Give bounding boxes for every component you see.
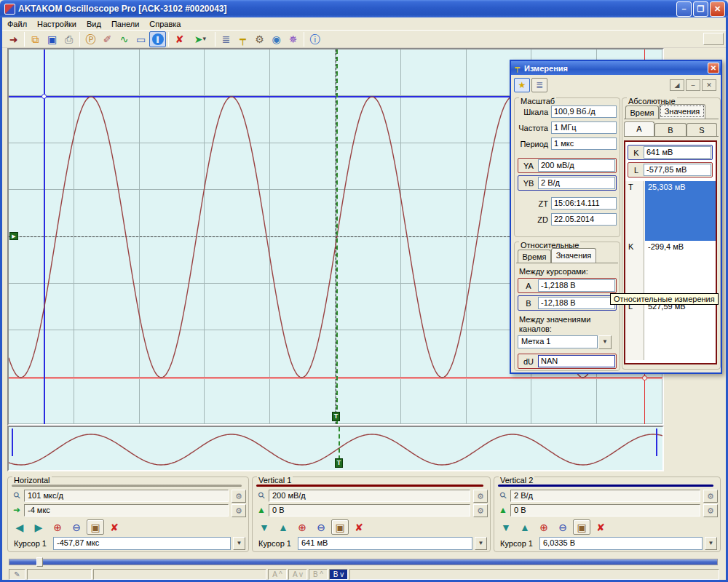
- volt-offset-field[interactable]: 0 В: [510, 504, 700, 517]
- zt-field[interactable]: 15:06:14.111: [551, 197, 617, 210]
- b-field[interactable]: -12,188 В: [538, 297, 615, 309]
- autoset-offset-button[interactable]: ⚙: [703, 504, 718, 517]
- signal-button[interactable]: ∿: [116, 31, 132, 47]
- indicator-a-down[interactable]: A v: [288, 569, 307, 580]
- list-item[interactable]: L 527,59 мВ: [625, 300, 716, 360]
- rollup-button[interactable]: ◢: [670, 79, 684, 91]
- menu-panels[interactable]: Панели: [106, 18, 144, 30]
- menu-view[interactable]: Вид: [82, 18, 106, 30]
- tab-channel-a[interactable]: A: [624, 121, 654, 136]
- wizard-button[interactable]: ✵: [285, 31, 301, 47]
- list-item[interactable]: T 25,303 мВ: [625, 181, 716, 241]
- title-bar[interactable]: AKTAKOM Oscilloscope Pro [ACK-3102 #0020…: [0, 0, 728, 17]
- pause-button[interactable]: ∥: [149, 31, 166, 47]
- reset-button[interactable]: ✘: [350, 519, 368, 535]
- channel-select-dropdown[interactable]: ▼: [598, 335, 612, 349]
- minimize-panel-button[interactable]: –: [686, 79, 700, 91]
- period-field[interactable]: 1 мкс: [551, 137, 617, 150]
- yb-field[interactable]: 2 В/д: [538, 177, 615, 189]
- pan-left-button[interactable]: ◀: [11, 519, 28, 535]
- open-button[interactable]: ⧉: [27, 31, 44, 47]
- ya-field[interactable]: 200 мВ/д: [538, 159, 615, 172]
- zoom-fit-button[interactable]: ▣: [87, 519, 104, 535]
- time-offset-field[interactable]: -4 мкс: [24, 504, 229, 517]
- close-panel-button[interactable]: ✕: [702, 79, 716, 91]
- red-cursor-handle[interactable]: [642, 375, 647, 380]
- cursor1-volt-field[interactable]: 641 мВ: [298, 537, 472, 550]
- minimize-button[interactable]: –: [676, 1, 692, 17]
- volt-scale-field[interactable]: 200 мВ/д: [269, 490, 470, 502]
- l-field[interactable]: -577,85 мВ: [644, 164, 711, 176]
- zoom-out-button[interactable]: ⊖: [68, 519, 85, 535]
- pan-slider-thumb[interactable]: [36, 557, 43, 567]
- measurements-close-button[interactable]: ✕: [708, 63, 719, 73]
- info-button[interactable]: ⓘ: [306, 31, 323, 47]
- trigger-time-line[interactable]: [336, 49, 338, 424]
- menu-file[interactable]: Файл: [2, 18, 32, 30]
- pan-right-button[interactable]: ▶: [30, 519, 47, 535]
- k-field[interactable]: 641 мВ: [644, 146, 711, 159]
- pan-down-button[interactable]: ▼: [256, 519, 273, 535]
- a-field[interactable]: -1,2188 В: [538, 279, 615, 292]
- reset-button[interactable]: ✘: [106, 519, 123, 535]
- pan-down-button[interactable]: ▼: [497, 519, 515, 535]
- du-field[interactable]: NAN: [538, 355, 615, 367]
- menu-help[interactable]: Справка: [144, 18, 186, 30]
- status-edit-button[interactable]: ✎: [9, 569, 25, 580]
- autoset-scale-button[interactable]: ⚙: [232, 490, 246, 503]
- autoset-scale-button[interactable]: ⚙: [473, 490, 488, 503]
- trigger-flag[interactable]: T: [332, 412, 340, 421]
- cursor-dropdown-button[interactable]: ▼: [233, 537, 245, 550]
- close-button[interactable]: ✕: [710, 1, 725, 17]
- shkala-field[interactable]: 100,9 Вб./д: [551, 105, 617, 118]
- cursor1-volt-field[interactable]: 6,0335 В: [539, 537, 703, 550]
- time-scale-field[interactable]: 101 мкс/д: [24, 490, 229, 502]
- volt-scale-field[interactable]: 2 В/д: [510, 490, 700, 502]
- pan-up-button[interactable]: ▲: [516, 519, 534, 535]
- inspect-button[interactable]: ◉: [268, 31, 285, 47]
- list-item[interactable]: K -299,4 мВ: [625, 241, 716, 300]
- display-button[interactable]: ▭: [132, 31, 149, 47]
- pan-slider-track[interactable]: [9, 559, 718, 565]
- zoom-fit-button[interactable]: ▣: [331, 519, 349, 535]
- tools-button[interactable]: ⚙: [251, 31, 268, 47]
- indicator-a-up[interactable]: A ^: [268, 569, 287, 580]
- blue-cursor-handle[interactable]: [41, 94, 47, 99]
- help-book-button[interactable]: ≣: [531, 78, 547, 92]
- volt-offset-field[interactable]: 0 В: [269, 504, 470, 517]
- zoom-in-button[interactable]: ⊕: [49, 519, 66, 535]
- view-end-marker[interactable]: [656, 428, 657, 456]
- autoset-button[interactable]: ➤▾: [188, 31, 213, 47]
- zoom-fit-button[interactable]: ▣: [573, 519, 590, 535]
- cursor-dropdown-button[interactable]: ▼: [705, 537, 717, 550]
- device-properties-button[interactable]: Ⓟ: [82, 31, 99, 47]
- menu-settings[interactable]: Настройки: [32, 18, 82, 30]
- zoom-in-button[interactable]: ⊕: [535, 519, 553, 535]
- tab-relative-time[interactable]: Время: [518, 250, 551, 263]
- reset-button[interactable]: ✘: [592, 519, 609, 535]
- zoom-out-button[interactable]: ⊖: [312, 519, 330, 535]
- measurements-button[interactable]: ┯: [234, 31, 251, 47]
- autoset-scale-button[interactable]: ⚙: [703, 490, 718, 503]
- pan-up-button[interactable]: ▲: [274, 519, 292, 535]
- device-edit-button[interactable]: ✐: [99, 31, 116, 47]
- overview-strip[interactable]: T: [7, 426, 664, 471]
- tab-absolute-time[interactable]: Время: [625, 105, 659, 119]
- measurements-title-bar[interactable]: ┯ Измерения ✕: [511, 61, 721, 75]
- chastota-field[interactable]: 1 МГц: [551, 121, 617, 134]
- autoset-offset-button[interactable]: ⚙: [232, 504, 246, 517]
- cursor-dropdown-button[interactable]: ▼: [475, 537, 487, 550]
- exit-button[interactable]: ➜: [5, 31, 22, 47]
- tab-relative-values[interactable]: Значения: [551, 248, 596, 263]
- tab-channel-b[interactable]: B: [654, 123, 687, 136]
- print-button[interactable]: ⎙: [60, 31, 77, 47]
- indicator-b-down[interactable]: B v: [329, 569, 348, 580]
- maximize-button[interactable]: ❐: [693, 1, 708, 17]
- indicator-b-up[interactable]: B ^: [309, 569, 328, 580]
- trigger-level-marker[interactable]: ▶: [9, 232, 18, 240]
- channel-select[interactable]: Метка 1: [518, 335, 598, 348]
- zoom-out-button[interactable]: ⊖: [554, 519, 571, 535]
- clear-button[interactable]: ✘: [171, 31, 188, 47]
- tab-absolute-values[interactable]: Значения: [659, 104, 705, 119]
- overview-trigger-flag[interactable]: T: [335, 458, 343, 468]
